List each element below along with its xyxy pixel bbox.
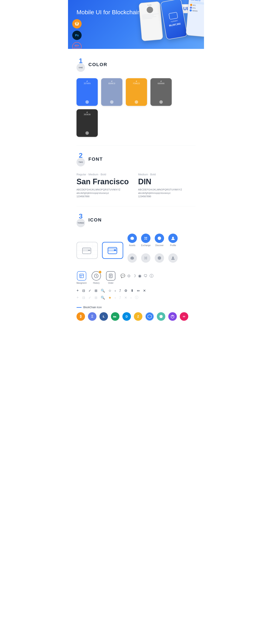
- history-nav-item: History: [92, 271, 101, 284]
- assets-icon-inactive: [128, 253, 137, 263]
- font-grid: Regular · Medium · Bold San Francisco AB…: [76, 173, 196, 198]
- wallet-icon-blue: [102, 242, 123, 259]
- color-dot: [160, 100, 163, 104]
- icon-section: Assets Exchange: [76, 234, 196, 321]
- sketch-icon: [72, 19, 82, 28]
- nav-icons-active-row: Assets Exchange: [128, 234, 178, 246]
- svg-rect-10: [88, 250, 90, 251]
- svg-rect-13: [114, 250, 116, 250]
- misc-icons-row: 💬 ⊙ ☽ ◉ 🗨 ⓘ: [120, 271, 154, 278]
- zcash-icon: Z: [134, 312, 142, 321]
- main-content: 1 ONE COLOR #3574FA #8DA0C8 #F5A623 #666…: [68, 49, 204, 338]
- share-icon-gray: ⤴: [119, 296, 121, 300]
- font-san-francisco: Regular · Medium · Bold San Francisco AB…: [76, 173, 134, 198]
- edit-list-icon: ⊟: [82, 289, 85, 293]
- plus-icon-gray: +: [76, 296, 79, 300]
- color-swatch-gray: #666666: [150, 78, 172, 106]
- management-nav-item: Mangment: [76, 271, 86, 284]
- phone-mockup-right: 6,297,502.12 BTC ETH WAVES: [186, 0, 204, 37]
- color-dot: [86, 100, 89, 104]
- font-section-header: 2 TWO FONT: [76, 152, 196, 166]
- management-icon: [77, 271, 86, 280]
- wallet-icon-showcase: Assets Exchange: [76, 234, 196, 267]
- screens-count-badge: 60+ Screens: [72, 42, 82, 49]
- profile-icon-gray: [168, 253, 178, 263]
- assets-nav-item: Assets: [128, 234, 137, 246]
- profile-nav-item: Profile: [168, 234, 178, 246]
- phone-mockup-center: myWallet $6,297,502: [160, 0, 188, 40]
- circle-icon: ◉: [138, 274, 142, 278]
- star-icon-filled: ★: [108, 296, 111, 300]
- tool-icons: Ps 60+ Screens: [72, 19, 82, 49]
- profile-icon-inactive: [168, 253, 178, 263]
- discover-icon-gray: [155, 253, 164, 263]
- spacer: [76, 302, 196, 306]
- photoshop-icon: Ps: [72, 30, 82, 40]
- chain-icon: [145, 312, 154, 321]
- exchange-icon-gray: [141, 253, 150, 263]
- discover-icon-active: [155, 234, 164, 243]
- speech-icon: 🗨: [144, 274, 148, 278]
- discover-icon-inactive: [155, 253, 164, 263]
- wallet-icon-outline: [76, 242, 98, 259]
- color-swatch-gray-blue: #8DA0C8: [101, 78, 122, 106]
- share-icon: ⤴: [119, 289, 121, 293]
- font-din: Medium · Bold DIN ABCDEFGHIJKLMNOPQRSTUV…: [138, 173, 196, 198]
- color-swatch-orange: #F5A623: [126, 78, 147, 106]
- color-dot: [86, 131, 89, 135]
- hero-section: Mobile UI for Blockchain Wallet UI Kit P…: [68, 0, 204, 49]
- moon-icon: ☽: [132, 274, 136, 278]
- color-swatches: #3574FA #8DA0C8 #F5A623 #666666 #303030: [76, 78, 196, 137]
- svg-point-16: [172, 237, 174, 238]
- color-swatch-blue: #3574FA: [76, 78, 98, 106]
- chevron-left-icon: ‹: [115, 289, 116, 293]
- exchange-nav-item: Exchange: [141, 234, 150, 246]
- icon-section-title: ICON: [88, 217, 102, 223]
- chevron-right-icon-gray: ›: [130, 296, 132, 300]
- star-icon: ☆: [108, 289, 111, 293]
- color-swatch-dark: #303030: [76, 109, 98, 137]
- steem-icon: [157, 312, 165, 321]
- history-icon: [92, 271, 101, 280]
- info-icon: ⓘ: [150, 273, 154, 278]
- chevron-left-icon-gray: ‹: [115, 296, 116, 300]
- cross-icon-gray: ✕: [124, 296, 127, 300]
- action-icons-inactive: + ⊟ ✓ ⊞ 🔍 ★ ‹ ⤴ ✕ › ⓘ: [76, 296, 196, 300]
- discover-nav-item: Discover: [155, 234, 164, 246]
- order-nav-item: Order: [106, 271, 116, 284]
- color-dot: [110, 100, 114, 104]
- qr-icon: ⊞: [94, 289, 97, 293]
- dash-icon: D: [122, 312, 131, 321]
- stack-icon: ⊙: [127, 274, 130, 278]
- search-icon-gray: 🔍: [101, 296, 105, 300]
- litecoin-icon: Ł: [100, 312, 108, 321]
- qr-icon-gray: ⊞: [94, 296, 97, 300]
- label-line: [76, 307, 82, 308]
- check-icon: ✓: [88, 289, 91, 293]
- crypto-icons-row: ₿ Ξ Ł D Z: [76, 312, 196, 321]
- svg-point-19: [172, 256, 174, 258]
- action-icons-active: + ⊟ ✓ ⊞ 🔍 ☆ ‹ ⤴ ⚙ ⬆ ⇔ ✕: [76, 288, 196, 293]
- close-icon: ✕: [143, 289, 146, 293]
- three-circle: THREE: [76, 219, 85, 227]
- blockchain-label-row: BlockChain Icon: [76, 306, 196, 309]
- font-section: Regular · Medium · Bold San Francisco AB…: [76, 173, 196, 198]
- bitcoin-icon: ₿: [76, 312, 85, 321]
- profile-icon-active: [168, 234, 178, 243]
- color-dot: [135, 100, 138, 104]
- one-circle: ONE: [76, 63, 85, 72]
- icon-section-header: 3 THREE ICON: [76, 213, 196, 227]
- check-icon-gray: ✓: [88, 296, 91, 300]
- assets-icon-active: [128, 234, 137, 243]
- upload-icon: ⬆: [131, 289, 134, 293]
- section-num-3: 3 THREE: [76, 213, 85, 227]
- info-icon-gray: ⓘ: [135, 296, 138, 300]
- ethereum-icon: Ξ: [88, 312, 96, 321]
- resize-icon: ⇔: [137, 289, 140, 293]
- exchange-icon-inactive: [141, 253, 150, 263]
- section-num-2: 2 TWO: [76, 152, 85, 166]
- svg-marker-14: [130, 236, 134, 240]
- nav-icons-inactive-row: [128, 253, 178, 263]
- omega-icon: ∞: [180, 312, 188, 321]
- nav-icons-group: Assets Exchange: [128, 234, 178, 267]
